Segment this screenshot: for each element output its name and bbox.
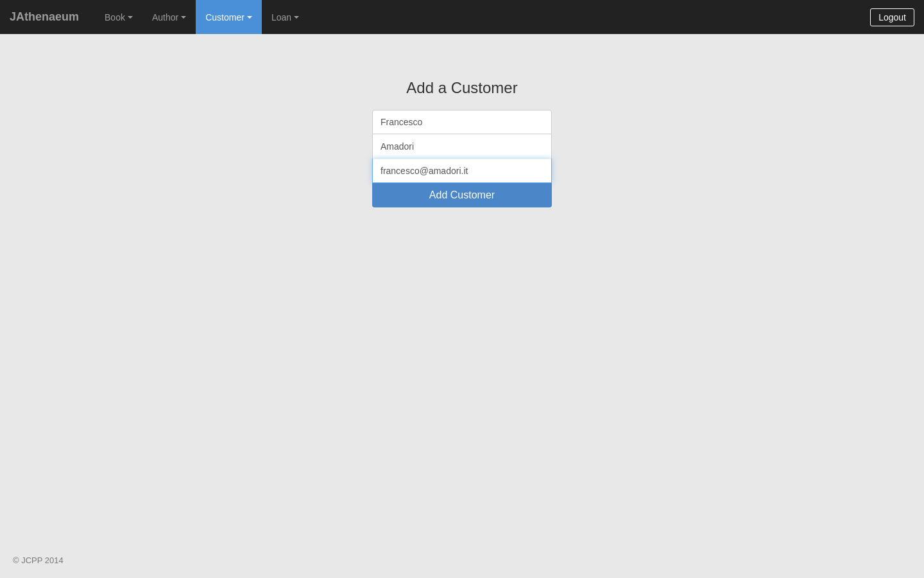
nav-item-loan[interactable]: Loan	[262, 0, 309, 34]
main-content: Add a Customer Add Customer	[0, 34, 924, 207]
author-caret-icon	[181, 16, 186, 19]
last-name-field[interactable]	[372, 134, 552, 159]
customer-caret-icon	[247, 16, 252, 19]
navbar-right: Logout	[870, 8, 914, 26]
form-title: Add a Customer	[406, 79, 517, 97]
navbar-left: JAthenaeum Book Author Customer Loan	[10, 0, 309, 34]
nav-customer-label: Customer	[205, 12, 244, 22]
logout-button[interactable]: Logout	[870, 8, 914, 26]
navbar: JAthenaeum Book Author Customer Loan Log…	[0, 0, 924, 34]
add-customer-form: Add Customer	[372, 110, 552, 207]
nav-item-book[interactable]: Book	[95, 0, 142, 34]
add-customer-button[interactable]: Add Customer	[372, 183, 552, 207]
nav-item-author[interactable]: Author	[142, 0, 196, 34]
loan-caret-icon	[294, 16, 299, 19]
first-name-field[interactable]	[372, 110, 552, 134]
nav-item-customer[interactable]: Customer	[196, 0, 262, 34]
nav-author-label: Author	[152, 12, 178, 22]
navbar-brand[interactable]: JAthenaeum	[10, 10, 89, 24]
email-field[interactable]	[372, 159, 552, 183]
nav-loan-label: Loan	[271, 12, 291, 22]
book-caret-icon	[128, 16, 133, 19]
copyright-text: © JCPP 2014	[13, 556, 64, 565]
nav-book-label: Book	[105, 12, 125, 22]
footer: © JCPP 2014	[13, 556, 64, 565]
